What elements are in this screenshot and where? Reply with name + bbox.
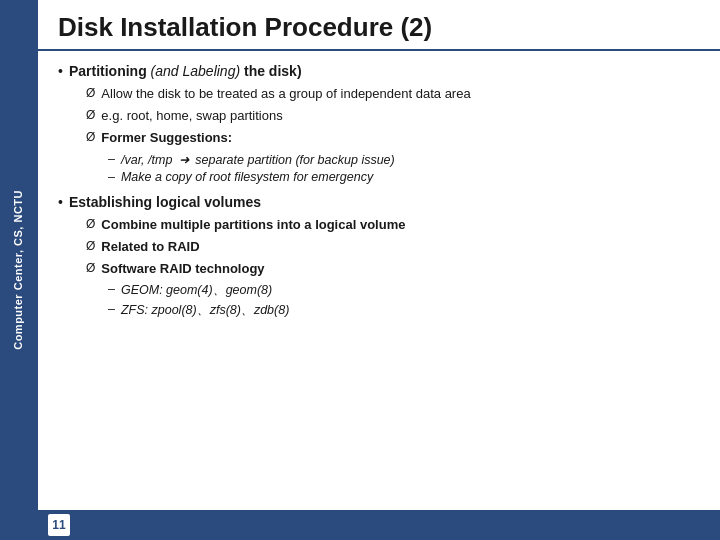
dash-sublist: – /var, /tmp ➜ separate partition (for b… (108, 152, 700, 184)
arrow-icon: ➜ (179, 152, 189, 167)
bullet-logical-volumes: • Establishing logical volumes (58, 194, 700, 210)
item-text: /var, /tmp ➜ separate partition (for bac… (121, 152, 395, 167)
item-text: Related to RAID (101, 238, 199, 256)
item-text: Make a copy of root filesystem for emerg… (121, 170, 373, 184)
bullet-partitioning: • Partitioning (and Labeling) the disk) (58, 63, 700, 79)
dash-icon: – (108, 152, 115, 166)
item-text: Allow the disk to be treated as a group … (101, 85, 470, 103)
oslash-icon: Ø (86, 216, 95, 231)
item-text: GEOM: geom(4)、geom(8) (121, 282, 272, 299)
dash-icon: – (108, 302, 115, 316)
list-item: Ø Former Suggestions: (86, 129, 700, 147)
partitioning-subtitle: (and Labeling) (151, 63, 241, 79)
page-number: 11 (48, 514, 70, 536)
section-logical-volumes: • Establishing logical volumes Ø Combine… (58, 194, 700, 320)
oslash-icon: Ø (86, 260, 95, 275)
footer-bar: 11 (38, 510, 720, 540)
sidebar: Computer Center, CS, NCTU (0, 0, 38, 540)
list-item: Ø e.g. root, home, swap partitions (86, 107, 700, 125)
list-item: Ø Combine multiple partitions into a log… (86, 216, 700, 234)
list-item: – Make a copy of root filesystem for eme… (108, 170, 700, 184)
list-item: Ø Software RAID technology (86, 260, 700, 278)
content-area: • Partitioning (and Labeling) the disk) … (38, 57, 720, 510)
bullet-symbol: • (58, 63, 63, 79)
list-item: Ø Related to RAID (86, 238, 700, 256)
list-item: – ZFS: zpool(8)、zfs(8)、zdb(8) (108, 302, 700, 319)
list-item: Ø Allow the disk to be treated as a grou… (86, 85, 700, 103)
partitioning-sublist: Ø Allow the disk to be treated as a grou… (86, 85, 700, 184)
item-text: Combine multiple partitions into a logic… (101, 216, 405, 234)
bullet-symbol: • (58, 194, 63, 210)
item-text: e.g. root, home, swap partitions (101, 107, 282, 125)
main-content: Disk Installation Procedure (2) • Partit… (38, 0, 720, 540)
item-text: Former Suggestions: (101, 129, 232, 147)
oslash-icon: Ø (86, 238, 95, 253)
item-text: Software RAID technology (101, 260, 264, 278)
item-text: ZFS: zpool(8)、zfs(8)、zdb(8) (121, 302, 289, 319)
logical-volumes-label: Establishing logical volumes (69, 194, 261, 210)
dash-icon: – (108, 170, 115, 184)
oslash-icon: Ø (86, 107, 95, 122)
slide-title: Disk Installation Procedure (2) (58, 12, 432, 42)
list-item: – GEOM: geom(4)、geom(8) (108, 282, 700, 299)
raid-dash-sublist: – GEOM: geom(4)、geom(8) – ZFS: zpool(8)、… (108, 282, 700, 319)
oslash-icon: Ø (86, 85, 95, 100)
slide-header: Disk Installation Procedure (2) (38, 0, 720, 51)
sidebar-label: Computer Center, CS, NCTU (11, 190, 26, 350)
section-partitioning: • Partitioning (and Labeling) the disk) … (58, 63, 700, 184)
partitioning-label: Partitioning (and Labeling) the disk) (69, 63, 302, 79)
list-item: – /var, /tmp ➜ separate partition (for b… (108, 152, 700, 167)
oslash-icon: Ø (86, 129, 95, 144)
dash-icon: – (108, 282, 115, 296)
logical-volumes-sublist: Ø Combine multiple partitions into a log… (86, 216, 700, 320)
